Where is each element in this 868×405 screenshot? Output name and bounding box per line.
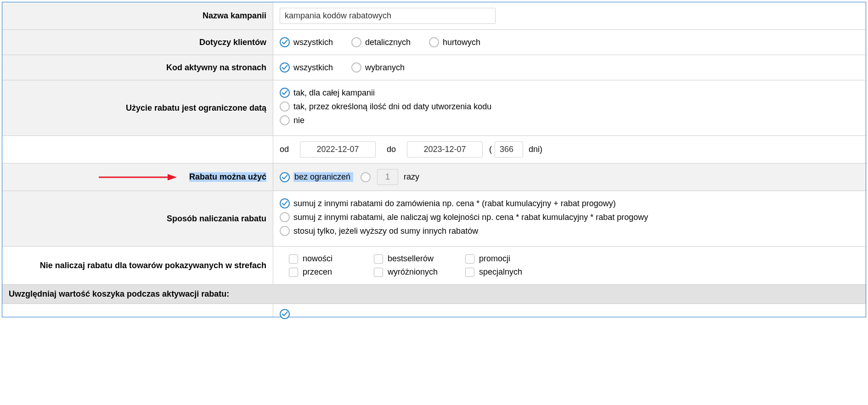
date-from-input[interactable] (300, 141, 376, 158)
checkbox-label-zone-featured[interactable]: wyróżnionych (388, 267, 438, 277)
label-date-limited: Użycie rabatu jest ograniczone datą (2, 80, 273, 135)
date-from-label: od (280, 145, 289, 154)
radio-clients-all[interactable] (280, 37, 290, 47)
usage-times-input (377, 169, 398, 185)
campaign-name-input[interactable] (280, 8, 496, 24)
days-count-input[interactable] (495, 141, 523, 158)
radio-usage-unlimited[interactable] (280, 172, 290, 182)
checkbox-zone-special[interactable] (465, 268, 474, 277)
radio-calc-sum[interactable] (280, 198, 290, 208)
radio-label-usage-unlimited[interactable]: bez ograniczeń (293, 172, 353, 182)
checkbox-zone-new[interactable] (289, 254, 298, 264)
radio-pages-all[interactable] (280, 62, 290, 73)
radio-date-days[interactable] (280, 101, 290, 112)
checkbox-label-zone-sale[interactable]: przecen (303, 267, 332, 277)
radio-label-calc-higher[interactable]: stosuj tylko, jeżeli wyższy od sumy inny… (293, 226, 478, 236)
label-cutoff (2, 304, 273, 317)
label-active-pages: Kod aktywny na stronach (2, 55, 273, 80)
radio-usage-times[interactable] (361, 172, 371, 182)
label-usage-text: Rabatu można użyć (189, 172, 266, 182)
checkbox-label-zone-special[interactable]: specjalnych (479, 267, 522, 277)
radio-label-pages-all[interactable]: wszystkich (293, 63, 333, 73)
checkbox-label-zone-promo[interactable]: promocji (479, 254, 510, 264)
row-zones: Nie naliczaj rabatu dla towarów pokazywa… (2, 247, 866, 285)
row-active-pages: Kod aktywny na stronach wszystkich wybra… (2, 55, 866, 80)
checkbox-zone-best[interactable] (374, 254, 383, 264)
label-clients: Dotyczy klientów (2, 30, 273, 55)
usage-times-label: razy (404, 172, 419, 182)
radio-label-calc-seq[interactable]: sumuj z innymi rabatami, ale naliczaj wg… (293, 213, 648, 222)
radio-clients-retail[interactable] (351, 37, 361, 47)
radio-label-clients-wholesale[interactable]: hurtowych (443, 38, 480, 47)
radio-pages-selected[interactable] (351, 62, 361, 73)
row-campaign-name: Nazwa kampanii (2, 2, 866, 30)
label-campaign-name: Nazwa kampanii (2, 2, 273, 29)
label-date-range-empty (2, 136, 273, 163)
radio-label-date-no[interactable]: nie (293, 116, 304, 125)
radio-label-calc-sum[interactable]: sumuj z innymi rabatami do zamówienia np… (293, 199, 616, 208)
days-label: dni) (529, 145, 542, 154)
radio-label-pages-selected[interactable]: wybranych (365, 63, 405, 73)
label-calc: Sposób naliczania rabatu (2, 191, 273, 246)
checkbox-zone-sale[interactable] (289, 268, 298, 277)
date-to-input[interactable] (407, 141, 483, 158)
radio-clients-wholesale[interactable] (429, 37, 439, 47)
date-to-label: do (387, 145, 396, 154)
checkbox-label-zone-new[interactable]: nowości (303, 254, 333, 264)
arrow-icon (99, 173, 177, 182)
row-date-range: od do ( dni) (2, 136, 866, 163)
label-usage: Rabatu można użyć (2, 163, 273, 191)
radio-label-clients-all[interactable]: wszystkich (293, 38, 333, 47)
radio-calc-higher[interactable] (280, 226, 290, 236)
discount-campaign-form: Nazwa kampanii Dotyczy klientów wszystki… (2, 2, 866, 317)
row-cutoff (2, 304, 866, 317)
section-header-cart: Uwzględniaj wartość koszyka podczas akty… (2, 285, 866, 304)
label-zones: Nie naliczaj rabatu dla towarów pokazywa… (2, 247, 273, 284)
row-usage: Rabatu można użyć bez ograniczeń razy (2, 163, 866, 191)
row-clients: Dotyczy klientów wszystkich detalicznych… (2, 30, 866, 55)
radio-label-date-whole[interactable]: tak, dla całej kampanii (293, 88, 375, 98)
row-calc: Sposób naliczania rabatu sumuj z innymi … (2, 191, 866, 247)
row-date-limited: Użycie rabatu jest ograniczone datą tak,… (2, 80, 866, 136)
checkbox-zone-promo[interactable] (465, 254, 474, 264)
radio-cutoff[interactable] (280, 309, 290, 319)
checkbox-zone-featured[interactable] (374, 268, 383, 277)
radio-date-no[interactable] (280, 115, 290, 125)
radio-label-clients-retail[interactable]: detalicznych (365, 38, 411, 47)
radio-calc-seq[interactable] (280, 212, 290, 222)
radio-label-date-days[interactable]: tak, przez określoną ilość dni od daty u… (293, 102, 491, 112)
checkbox-label-zone-best[interactable]: bestsellerów (388, 254, 434, 264)
radio-date-whole[interactable] (280, 88, 290, 98)
svg-marker-1 (168, 174, 177, 180)
open-paren: ( (489, 145, 492, 154)
